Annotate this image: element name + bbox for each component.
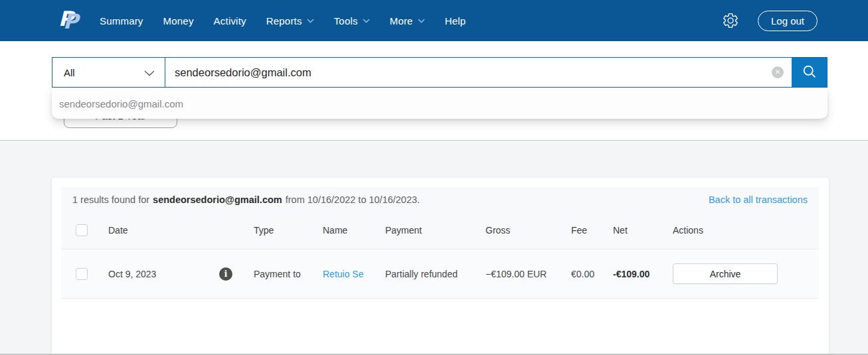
- search-section: All ✕ Past 1 Year sendeorsedorio@gmail.c…: [0, 41, 868, 141]
- gear-icon[interactable]: [722, 12, 739, 29]
- search-filter-select[interactable]: All: [52, 58, 165, 87]
- chevron-down-icon: [363, 19, 370, 23]
- clear-icon[interactable]: ✕: [772, 66, 784, 78]
- chevron-down-icon: [144, 67, 155, 78]
- search-bar: All ✕: [52, 57, 827, 88]
- nav-right: Log out: [722, 11, 818, 31]
- info-icon[interactable]: i: [219, 267, 232, 281]
- cell-net: -€109.00: [613, 269, 673, 279]
- column-header-fee: Fee: [571, 225, 613, 236]
- select-all-checkbox[interactable]: [76, 224, 88, 236]
- nav-item-help[interactable]: Help: [445, 15, 466, 27]
- column-header-payment: Payment: [385, 225, 485, 236]
- nav-item-tools[interactable]: Tools: [334, 15, 370, 27]
- nav-item-more[interactable]: More: [390, 15, 425, 27]
- column-header-date: Date: [98, 225, 213, 236]
- chevron-down-icon: [418, 19, 425, 23]
- cell-type: Payment to: [239, 269, 323, 279]
- column-header-gross: Gross: [485, 225, 571, 236]
- main-content: 1 results found for sendeorsedorio@gmail…: [0, 141, 868, 355]
- cell-gross: −€109.00 EUR: [485, 269, 571, 279]
- column-header-name: Name: [323, 225, 385, 236]
- table-header-row: Date Type Name Payment Gross Fee Net Act…: [61, 212, 819, 249]
- suggestion-item[interactable]: sendeorsedorio@gmail.com: [59, 98, 183, 109]
- table-row: Oct 9, 2023 i Payment to Retuio Se Parti…: [61, 249, 819, 299]
- cell-fee: €0.00: [571, 269, 613, 279]
- search-filter-value: All: [64, 67, 75, 78]
- archive-button[interactable]: Archive: [673, 263, 778, 284]
- row-checkbox[interactable]: [76, 268, 88, 280]
- transactions-card: 1 results found for sendeorsedorio@gmail…: [52, 178, 829, 355]
- search-icon: [802, 64, 817, 81]
- back-to-all-transactions-link[interactable]: Back to all transactions: [709, 194, 808, 205]
- cell-date: Oct 9, 2023: [98, 269, 213, 279]
- top-nav: P P Summary Money Activity Reports Tools…: [0, 0, 868, 41]
- results-summary: 1 results found for sendeorsedorio@gmail…: [72, 194, 420, 205]
- search-input-wrap: ✕: [165, 58, 792, 87]
- nav-item-money[interactable]: Money: [163, 15, 194, 27]
- nav-item-activity[interactable]: Activity: [214, 15, 246, 27]
- search-suggestion-dropdown[interactable]: sendeorsedorio@gmail.com: [52, 89, 827, 119]
- cell-name-link[interactable]: Retuio Se: [323, 269, 363, 279]
- column-header-net: Net: [613, 225, 673, 236]
- nav-menu: Summary Money Activity Reports Tools Mor…: [100, 15, 466, 27]
- column-header-actions: Actions: [673, 225, 819, 236]
- search-button[interactable]: [792, 58, 827, 87]
- nav-item-summary[interactable]: Summary: [100, 15, 143, 27]
- logout-button[interactable]: Log out: [758, 11, 818, 31]
- nav-item-reports[interactable]: Reports: [266, 15, 314, 27]
- column-header-type: Type: [239, 225, 323, 236]
- paypal-logo[interactable]: P P: [58, 7, 82, 35]
- results-bar: 1 results found for sendeorsedorio@gmail…: [61, 187, 819, 212]
- results-query: sendeorsedorio@gmail.com: [153, 194, 282, 205]
- chevron-down-icon: [307, 19, 314, 23]
- transactions-table: 1 results found for sendeorsedorio@gmail…: [61, 187, 819, 299]
- cell-payment-status: Partially refunded: [385, 269, 485, 279]
- search-input[interactable]: [165, 58, 792, 87]
